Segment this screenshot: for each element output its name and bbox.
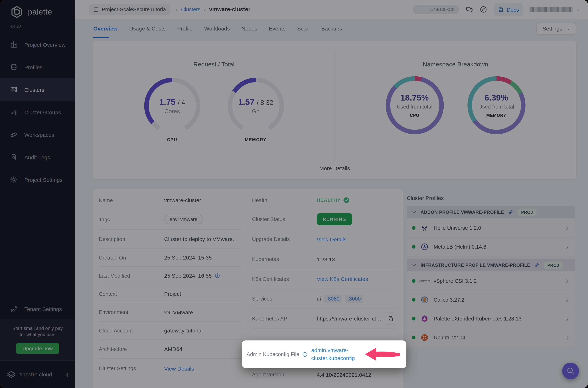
sidebar-item-label: Audit Logs: [24, 154, 50, 160]
app-version: 4.4.20: [10, 24, 75, 28]
search-assistant-fab[interactable]: [562, 363, 579, 379]
proj-badge: PROJ: [544, 262, 563, 269]
usage-overview-card: Request / Total 1.75 / 4 Cores CPU: [93, 41, 576, 179]
palette-logo[interactable]: palette 4.4.20: [0, 0, 75, 28]
profile-row-ubuntu[interactable]: Ubuntu 22.04: [407, 328, 575, 347]
info-icon[interactable]: [215, 273, 220, 278]
breadcrumb-current-cluster: vmware-cluster: [209, 6, 250, 13]
tab-overview[interactable]: Overview: [93, 19, 118, 38]
sidebar-item-cluster-groups[interactable]: Cluster Groups: [0, 101, 75, 123]
more-details-button[interactable]: More Details: [314, 165, 356, 175]
docs-button[interactable]: Docs: [494, 3, 523, 16]
breadcrumb-clusters-link[interactable]: Clusters: [181, 6, 200, 12]
namespace-breakdown-panel: Namespace Breakdown 18.75% Used from tot…: [335, 41, 576, 179]
logo-wordmark: palette: [28, 8, 52, 16]
vmware-vm-icon: vm: [164, 310, 170, 314]
details-left-column: Name vmware-cluster Tags env: vmware Des…: [93, 191, 242, 388]
infrastructure-profile-header[interactable]: INFRASTRUCTURE PROFILE VMWARE-PROFILE PR…: [407, 259, 575, 271]
sidebar-collapse-icon[interactable]: ‹: [66, 370, 69, 378]
metallb-icon: [420, 242, 429, 251]
admin-kubeconfig-spotlight-row: Admin Kubeconfig File admin.vmware- clus…: [242, 340, 407, 368]
chevron-right-icon: [564, 278, 570, 284]
tab-usage-costs[interactable]: Usage & Costs: [129, 19, 165, 38]
tab-scan[interactable]: Scan: [297, 19, 309, 38]
cpu-gauge-caption: CPU: [143, 137, 201, 142]
copy-icon[interactable]: [385, 312, 397, 325]
detail-row-health: Health HEALTHY: [252, 191, 397, 209]
sidebar-item-label: Project Overview: [24, 42, 66, 48]
admin-kubeconfig-download-link[interactable]: admin.vmware- cluster.kubeconfig: [311, 346, 355, 362]
link-icon[interactable]: [534, 262, 540, 268]
detail-row-cluster-status: Cluster Status RUNNING: [252, 209, 397, 229]
sidebar-item-clusters[interactable]: Clusters: [0, 78, 75, 101]
proj-badge: PROJ: [517, 209, 537, 216]
cluster-tabs-row: Overview Usage & Costs Profile Workloads…: [75, 19, 588, 38]
profile-row-calico[interactable]: Calico 3.27.2: [407, 291, 575, 309]
detail-row-cloud-account: Cloud Account gateway-tutorial: [99, 322, 242, 340]
sidebar-item-profiles[interactable]: Profiles: [0, 56, 75, 78]
chevron-down-icon: [565, 26, 570, 31]
spectro-cloud-logo-icon: [6, 370, 16, 379]
breadcrumb-separator: /: [176, 6, 178, 12]
running-status-badge: RUNNING: [317, 213, 353, 225]
compass-icon[interactable]: [479, 5, 487, 13]
main-area: Project-ScaleSecureTutoria / Clusters / …: [75, 0, 588, 388]
sidebar-item-project-settings[interactable]: Project Settings: [0, 169, 75, 191]
upgrade-view-details-link[interactable]: View Details: [317, 236, 347, 242]
user-menu[interactable]: [530, 7, 581, 12]
project-selector[interactable]: Project-ScaleSecureTutoria: [89, 4, 170, 15]
profile-row-vsphere-csi[interactable]: vmware vSphere CSI 3.1.2: [407, 272, 575, 290]
tab-events[interactable]: Events: [269, 19, 286, 38]
sidebar-item-label: Clusters: [24, 87, 44, 93]
detail-row-kubernetes-api: Kubernetes API https://vmware-cluster-ct…: [252, 309, 397, 329]
sidebar-item-label: Workspaces: [24, 132, 54, 138]
sidebar-bottom: Tenant Settings Start small and only pay…: [0, 299, 75, 388]
sidebar-nav: Project Overview Profiles Clusters Clust…: [0, 33, 75, 191]
spectro-cloud-brand: spectro cloud: [20, 371, 52, 377]
workspaces-icon: [10, 131, 18, 139]
status-dot: [412, 279, 415, 283]
cluster-profiles-title: Cluster Profiles: [407, 195, 575, 201]
cluster-settings-view-details-link[interactable]: View Details: [164, 365, 194, 371]
sidebar-item-project-overview[interactable]: Project Overview: [0, 33, 75, 56]
request-total-title: Request / Total: [93, 41, 334, 68]
palette-app-window: palette 4.4.20 Project Overview Profiles…: [0, 0, 588, 388]
detail-row-name: Name vmware-cluster: [99, 191, 242, 209]
chevron-right-icon: [564, 316, 570, 322]
credits-usage-pill[interactable]: 1.49/100kCh: [412, 5, 459, 14]
status-dot: [412, 245, 415, 249]
sidebar-item-audit-logs[interactable]: Audit Logs: [0, 146, 75, 169]
tab-backups[interactable]: Backups: [321, 19, 342, 38]
sidebar-item-tenant-settings[interactable]: Tenant Settings: [0, 299, 75, 319]
detail-row-context: Context Project: [99, 285, 242, 303]
chevron-right-icon: [564, 225, 570, 231]
promo-text: Start small and only pay for what you us…: [4, 325, 72, 338]
cluster-tabs: Overview Usage & Costs Profile Workloads…: [93, 19, 342, 38]
sidebar-item-workspaces[interactable]: Workspaces: [0, 123, 75, 146]
clusters-icon: [10, 86, 18, 94]
tab-workloads[interactable]: Workloads: [204, 19, 230, 38]
chat-icon[interactable]: [465, 5, 473, 13]
profile-row-metallb[interactable]: MetalLB (Helm) 0.14.8: [407, 238, 575, 256]
addon-profile-header[interactable]: ADDON PROFILE VMWARE-PROFILE PROJ: [407, 206, 575, 218]
chevron-right-icon: [564, 297, 570, 303]
detail-row-k8s-certificates: K8s Certificates View K8s Certificates: [252, 269, 397, 289]
chevron-right-icon: [564, 244, 570, 250]
hello-universe-icon: [420, 224, 429, 232]
settings-button[interactable]: Settings: [537, 23, 576, 34]
sidebar-item-label: Profiles: [24, 64, 43, 70]
link-icon[interactable]: [508, 209, 513, 215]
service-port-3000-link[interactable]: :3000: [345, 294, 363, 303]
profile-row-hello-universe[interactable]: Hello Universe 1.2.0: [407, 219, 575, 237]
profile-row-palette-extended-kubernetes[interactable]: Palette eXtended Kubernetes 1.28.13: [407, 310, 575, 328]
view-k8s-certificates-link[interactable]: View K8s Certificates: [317, 276, 368, 282]
service-port-8080-link[interactable]: :8080: [324, 294, 342, 303]
detail-row-last-modified: Last Modified 25 Sep 2024, 16:55: [99, 267, 242, 285]
breadcrumb-separator: /: [204, 6, 205, 12]
upgrade-now-button[interactable]: Upgrade now: [16, 343, 59, 354]
info-icon[interactable]: [302, 352, 308, 357]
tab-nodes[interactable]: Nodes: [242, 19, 257, 38]
tab-profile[interactable]: Profile: [177, 19, 193, 38]
detail-row-upgrade-details: Upgrade Details View Details: [252, 229, 397, 249]
sidebar: palette 4.4.20 Project Overview Profiles…: [0, 0, 75, 388]
